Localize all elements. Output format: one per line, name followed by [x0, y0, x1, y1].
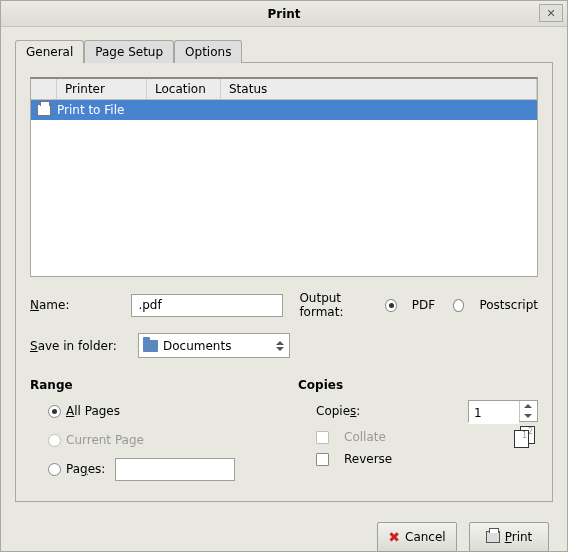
radio-postscript[interactable]	[453, 299, 464, 312]
copies-spinbox[interactable]	[468, 400, 538, 422]
copies-input[interactable]	[469, 401, 519, 424]
titlebar: Print ✕	[1, 1, 567, 27]
radio-pdf[interactable]	[385, 299, 396, 312]
printer-icon	[37, 104, 51, 116]
tab-panel-general: Printer Location Status Print to File NN…	[15, 62, 553, 502]
combo-arrows-icon	[275, 341, 285, 351]
copies-section: Copies Copies:	[298, 378, 538, 487]
save-folder-combo[interactable]: Documents	[138, 333, 290, 358]
printer-row-label: Print to File	[57, 103, 124, 117]
collate-icon: 2 1	[514, 426, 538, 448]
name-label: NName:ame:	[30, 298, 123, 312]
printer-row-print-to-file[interactable]: Print to File	[31, 100, 537, 120]
cancel-label: Cancel	[405, 530, 446, 544]
radio-all-pages-label: All Pages	[66, 404, 120, 418]
tab-page-setup[interactable]: Page Setup	[84, 40, 174, 63]
save-folder-value: Documents	[163, 339, 231, 353]
radio-pages-label: Pages:	[66, 462, 105, 476]
range-title: Range	[30, 378, 270, 392]
check-collate-label: Collate	[344, 430, 386, 444]
print-button[interactable]: Print	[469, 522, 549, 552]
close-button[interactable]: ✕	[539, 4, 563, 22]
copies-title: Copies	[298, 378, 538, 392]
window-title: Print	[267, 7, 300, 21]
cancel-icon: ✖	[388, 529, 400, 545]
check-reverse-label: Reverse	[344, 452, 392, 466]
dialog-footer: ✖ Cancel Print	[1, 512, 567, 552]
save-folder-label: Save in folder:	[30, 339, 130, 353]
output-format-label: Output format:	[299, 291, 375, 319]
radio-current-page-label: Current Page	[66, 433, 144, 447]
range-section: Range All Pages Current Page Pages:	[30, 378, 270, 487]
name-input[interactable]	[131, 294, 283, 317]
print-icon	[486, 531, 500, 543]
pages-input[interactable]	[115, 458, 235, 481]
check-collate	[316, 431, 329, 444]
copies-up[interactable]	[520, 401, 535, 411]
copies-label: Copies:	[316, 404, 360, 418]
radio-current-page	[48, 434, 61, 447]
col-status[interactable]: Status	[221, 79, 537, 99]
folder-icon	[143, 340, 158, 352]
cancel-button[interactable]: ✖ Cancel	[377, 522, 457, 552]
print-label: Print	[505, 530, 533, 544]
radio-postscript-label: Postscript	[479, 298, 538, 312]
col-location[interactable]: Location	[147, 79, 221, 99]
copies-down[interactable]	[520, 411, 535, 421]
radio-all-pages[interactable]	[48, 405, 61, 418]
print-dialog: Print ✕ General Page Setup Options Print…	[0, 0, 568, 552]
printer-list-header: Printer Location Status	[31, 79, 537, 100]
tab-general[interactable]: General	[15, 40, 84, 63]
printer-list[interactable]: Printer Location Status Print to File	[30, 77, 538, 277]
check-reverse[interactable]	[316, 453, 329, 466]
tab-options[interactable]: Options	[174, 40, 242, 63]
tab-bar: General Page Setup Options	[15, 40, 553, 63]
radio-pages[interactable]	[48, 463, 61, 476]
col-printer[interactable]: Printer	[57, 79, 147, 99]
radio-pdf-label: PDF	[412, 298, 435, 312]
